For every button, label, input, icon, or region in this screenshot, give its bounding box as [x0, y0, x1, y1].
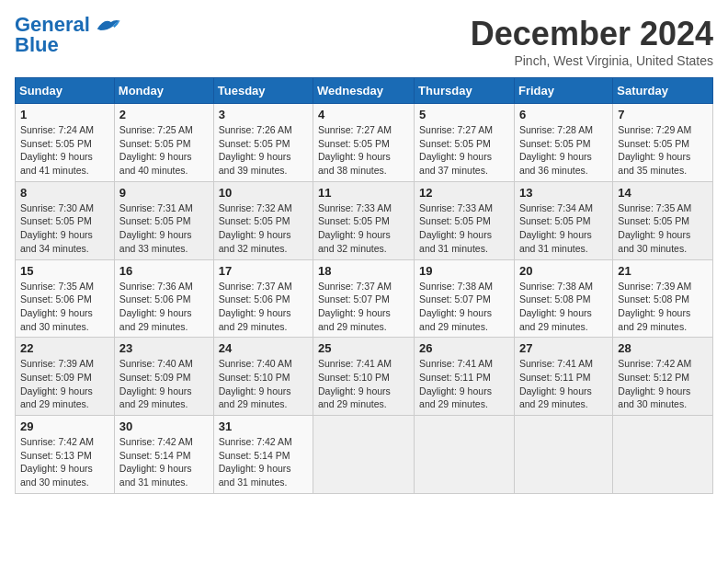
day-info: Sunrise: 7:41 AM Sunset: 5:10 PM Dayligh… [318, 357, 409, 411]
day-number: 5 [419, 108, 509, 121]
day-number: 22 [20, 341, 109, 355]
calendar-cell: 30Sunrise: 7:42 AM Sunset: 5:14 PM Dayli… [114, 416, 213, 494]
page-header: General Blue December 2024 Pinch, West V… [15, 15, 713, 68]
calendar-cell: 15Sunrise: 7:35 AM Sunset: 5:06 PM Dayli… [16, 259, 115, 338]
calendar-cell [415, 416, 515, 494]
day-number: 26 [419, 341, 509, 355]
day-number: 28 [618, 341, 708, 355]
calendar-cell: 4Sunrise: 7:27 AM Sunset: 5:05 PM Daylig… [313, 104, 415, 182]
day-number: 1 [20, 108, 109, 121]
day-number: 19 [419, 264, 509, 278]
day-info: Sunrise: 7:41 AM Sunset: 5:11 PM Dayligh… [519, 357, 608, 411]
day-number: 2 [119, 108, 209, 121]
calendar-cell: 29Sunrise: 7:42 AM Sunset: 5:13 PM Dayli… [16, 416, 115, 494]
day-number: 25 [318, 341, 409, 355]
calendar-cell: 13Sunrise: 7:34 AM Sunset: 5:05 PM Dayli… [514, 181, 612, 259]
day-info: Sunrise: 7:36 AM Sunset: 5:06 PM Dayligh… [119, 280, 209, 334]
day-info: Sunrise: 7:24 AM Sunset: 5:05 PM Dayligh… [20, 123, 109, 178]
day-number: 30 [119, 419, 209, 433]
day-info: Sunrise: 7:29 AM Sunset: 5:05 PM Dayligh… [618, 123, 708, 178]
calendar-cell: 26Sunrise: 7:41 AM Sunset: 5:11 PM Dayli… [415, 338, 515, 416]
calendar-cell [313, 416, 415, 494]
day-info: Sunrise: 7:37 AM Sunset: 5:06 PM Dayligh… [219, 280, 308, 334]
calendar-cell: 12Sunrise: 7:33 AM Sunset: 5:05 PM Dayli… [415, 181, 515, 259]
calendar-cell: 18Sunrise: 7:37 AM Sunset: 5:07 PM Dayli… [313, 259, 415, 338]
day-number: 4 [318, 108, 409, 121]
day-info: Sunrise: 7:41 AM Sunset: 5:11 PM Dayligh… [419, 357, 509, 411]
calendar-cell: 17Sunrise: 7:37 AM Sunset: 5:06 PM Dayli… [213, 259, 313, 338]
logo-text: General [15, 15, 90, 35]
calendar-cell: 16Sunrise: 7:36 AM Sunset: 5:06 PM Dayli… [114, 259, 213, 338]
header-monday: Monday [114, 78, 213, 104]
calendar-table: SundayMondayTuesdayWednesdayThursdayFrid… [15, 77, 713, 494]
day-number: 21 [618, 264, 708, 278]
day-info: Sunrise: 7:39 AM Sunset: 5:09 PM Dayligh… [20, 357, 109, 411]
calendar-body: 1Sunrise: 7:24 AM Sunset: 5:05 PM Daylig… [16, 104, 713, 494]
calendar-cell: 6Sunrise: 7:28 AM Sunset: 5:05 PM Daylig… [514, 104, 612, 182]
day-number: 24 [219, 341, 308, 355]
day-info: Sunrise: 7:40 AM Sunset: 5:09 PM Dayligh… [119, 357, 209, 411]
day-info: Sunrise: 7:30 AM Sunset: 5:05 PM Dayligh… [20, 201, 109, 256]
calendar-cell: 8Sunrise: 7:30 AM Sunset: 5:05 PM Daylig… [16, 181, 115, 259]
day-info: Sunrise: 7:42 AM Sunset: 5:13 PM Dayligh… [20, 435, 109, 489]
day-number: 29 [20, 419, 109, 433]
day-number: 17 [219, 264, 308, 278]
day-number: 8 [20, 186, 109, 200]
week-row-2: 8Sunrise: 7:30 AM Sunset: 5:05 PM Daylig… [16, 181, 713, 259]
day-number: 11 [318, 186, 409, 200]
day-info: Sunrise: 7:27 AM Sunset: 5:05 PM Dayligh… [318, 123, 409, 178]
day-info: Sunrise: 7:27 AM Sunset: 5:05 PM Dayligh… [419, 123, 509, 178]
calendar-header: SundayMondayTuesdayWednesdayThursdayFrid… [16, 78, 713, 104]
calendar-cell: 21Sunrise: 7:39 AM Sunset: 5:08 PM Dayli… [613, 259, 713, 338]
day-info: Sunrise: 7:42 AM Sunset: 5:14 PM Dayligh… [219, 435, 308, 489]
calendar-cell: 5Sunrise: 7:27 AM Sunset: 5:05 PM Daylig… [415, 104, 515, 182]
logo-bird-icon [94, 17, 121, 33]
calendar-cell: 22Sunrise: 7:39 AM Sunset: 5:09 PM Dayli… [16, 338, 115, 416]
calendar-cell: 11Sunrise: 7:33 AM Sunset: 5:05 PM Dayli… [313, 181, 415, 259]
day-number: 27 [519, 341, 608, 355]
calendar-cell: 25Sunrise: 7:41 AM Sunset: 5:10 PM Dayli… [313, 338, 415, 416]
day-number: 3 [219, 108, 308, 121]
location-subtitle: Pinch, West Virginia, United States [471, 53, 713, 68]
day-info: Sunrise: 7:42 AM Sunset: 5:12 PM Dayligh… [618, 357, 708, 411]
day-number: 10 [219, 186, 308, 200]
day-info: Sunrise: 7:40 AM Sunset: 5:10 PM Dayligh… [219, 357, 308, 411]
day-number: 15 [20, 264, 109, 278]
day-info: Sunrise: 7:38 AM Sunset: 5:08 PM Dayligh… [519, 280, 608, 334]
month-title: December 2024 [471, 15, 713, 53]
header-sunday: Sunday [16, 78, 115, 104]
calendar-cell: 7Sunrise: 7:29 AM Sunset: 5:05 PM Daylig… [613, 104, 713, 182]
week-row-5: 29Sunrise: 7:42 AM Sunset: 5:13 PM Dayli… [16, 416, 713, 494]
calendar-cell [514, 416, 612, 494]
calendar-cell [613, 416, 713, 494]
week-row-4: 22Sunrise: 7:39 AM Sunset: 5:09 PM Dayli… [16, 338, 713, 416]
calendar-cell: 10Sunrise: 7:32 AM Sunset: 5:05 PM Dayli… [213, 181, 313, 259]
day-info: Sunrise: 7:28 AM Sunset: 5:05 PM Dayligh… [519, 123, 608, 178]
day-number: 18 [318, 264, 409, 278]
calendar-cell: 31Sunrise: 7:42 AM Sunset: 5:14 PM Dayli… [213, 416, 313, 494]
calendar-cell: 23Sunrise: 7:40 AM Sunset: 5:09 PM Dayli… [114, 338, 213, 416]
calendar-cell: 27Sunrise: 7:41 AM Sunset: 5:11 PM Dayli… [514, 338, 612, 416]
header-row: SundayMondayTuesdayWednesdayThursdayFrid… [16, 78, 713, 104]
calendar-cell: 1Sunrise: 7:24 AM Sunset: 5:05 PM Daylig… [16, 104, 115, 182]
day-info: Sunrise: 7:33 AM Sunset: 5:05 PM Dayligh… [419, 201, 509, 256]
calendar-cell: 3Sunrise: 7:26 AM Sunset: 5:05 PM Daylig… [213, 104, 313, 182]
logo: General Blue [15, 15, 121, 55]
day-info: Sunrise: 7:39 AM Sunset: 5:08 PM Dayligh… [618, 280, 708, 334]
calendar-cell: 24Sunrise: 7:40 AM Sunset: 5:10 PM Dayli… [213, 338, 313, 416]
calendar-cell: 2Sunrise: 7:25 AM Sunset: 5:05 PM Daylig… [114, 104, 213, 182]
day-number: 20 [519, 264, 608, 278]
title-area: December 2024 Pinch, West Virginia, Unit… [471, 15, 713, 68]
header-saturday: Saturday [613, 78, 713, 104]
day-info: Sunrise: 7:35 AM Sunset: 5:05 PM Dayligh… [618, 201, 708, 256]
day-info: Sunrise: 7:38 AM Sunset: 5:07 PM Dayligh… [419, 280, 509, 334]
day-number: 12 [419, 186, 509, 200]
day-number: 14 [618, 186, 708, 200]
week-row-1: 1Sunrise: 7:24 AM Sunset: 5:05 PM Daylig… [16, 104, 713, 182]
calendar-cell: 9Sunrise: 7:31 AM Sunset: 5:05 PM Daylig… [114, 181, 213, 259]
day-info: Sunrise: 7:31 AM Sunset: 5:05 PM Dayligh… [119, 201, 209, 256]
calendar-cell: 19Sunrise: 7:38 AM Sunset: 5:07 PM Dayli… [415, 259, 515, 338]
header-friday: Friday [514, 78, 612, 104]
day-info: Sunrise: 7:35 AM Sunset: 5:06 PM Dayligh… [20, 280, 109, 334]
day-number: 7 [618, 108, 708, 121]
